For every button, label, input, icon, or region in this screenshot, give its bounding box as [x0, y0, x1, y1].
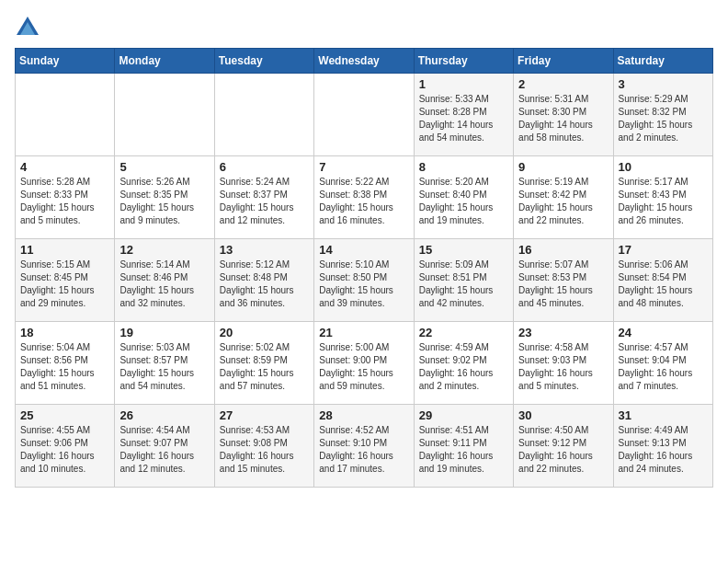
day-cell: 21Sunrise: 5:00 AM Sunset: 9:00 PM Dayli… — [314, 322, 414, 405]
day-info: Sunrise: 5:31 AM Sunset: 8:30 PM Dayligh… — [518, 93, 608, 144]
day-number: 26 — [119, 408, 209, 422]
day-number: 22 — [419, 326, 508, 339]
day-number: 27 — [220, 408, 309, 422]
day-number: 6 — [220, 160, 309, 174]
day-cell: 22Sunrise: 4:59 AM Sunset: 9:02 PM Dayli… — [414, 322, 513, 405]
day-number: 9 — [518, 160, 608, 174]
day-cell: 4Sunrise: 5:28 AM Sunset: 8:33 PM Daylig… — [16, 156, 115, 239]
day-number: 17 — [619, 243, 708, 257]
header-saturday: Saturday — [613, 49, 712, 74]
day-cell: 13Sunrise: 5:12 AM Sunset: 8:48 PM Dayli… — [214, 239, 313, 322]
day-info: Sunrise: 5:00 AM Sunset: 9:00 PM Dayligh… — [319, 341, 408, 393]
week-row-5: 25Sunrise: 4:55 AM Sunset: 9:06 PM Dayli… — [16, 405, 713, 488]
day-cell: 6Sunrise: 5:24 AM Sunset: 8:37 PM Daylig… — [214, 156, 313, 239]
day-cell: 1Sunrise: 5:33 AM Sunset: 8:28 PM Daylig… — [414, 74, 513, 156]
day-number: 28 — [319, 408, 408, 422]
calendar-table: SundayMondayTuesdayWednesdayThursdayFrid… — [15, 48, 713, 488]
day-cell: 12Sunrise: 5:14 AM Sunset: 8:46 PM Dayli… — [115, 239, 214, 322]
day-info: Sunrise: 5:02 AM Sunset: 8:59 PM Dayligh… — [220, 341, 309, 393]
day-number: 5 — [119, 160, 209, 174]
day-cell: 15Sunrise: 5:09 AM Sunset: 8:51 PM Dayli… — [414, 239, 513, 322]
logo-icon — [15, 15, 40, 40]
day-info: Sunrise: 5:26 AM Sunset: 8:35 PM Dayligh… — [119, 176, 209, 227]
day-cell: 25Sunrise: 4:55 AM Sunset: 9:06 PM Dayli… — [16, 405, 115, 488]
day-number: 3 — [619, 77, 708, 91]
day-number: 13 — [220, 243, 309, 257]
day-info: Sunrise: 5:14 AM Sunset: 8:46 PM Dayligh… — [119, 259, 209, 310]
week-row-1: 1Sunrise: 5:33 AM Sunset: 8:28 PM Daylig… — [16, 74, 713, 156]
day-cell: 29Sunrise: 4:51 AM Sunset: 9:11 PM Dayli… — [414, 405, 513, 488]
day-cell: 8Sunrise: 5:20 AM Sunset: 8:40 PM Daylig… — [414, 156, 513, 239]
day-number: 12 — [119, 243, 209, 257]
logo — [15, 15, 44, 40]
day-cell: 17Sunrise: 5:06 AM Sunset: 8:54 PM Dayli… — [613, 239, 712, 322]
week-row-2: 4Sunrise: 5:28 AM Sunset: 8:33 PM Daylig… — [16, 156, 713, 239]
days-header-row: SundayMondayTuesdayWednesdayThursdayFrid… — [16, 49, 713, 74]
day-cell — [214, 74, 313, 156]
day-number: 15 — [419, 243, 508, 257]
day-number: 23 — [518, 326, 608, 339]
day-number: 4 — [20, 160, 109, 174]
header-thursday: Thursday — [414, 49, 513, 74]
day-number: 14 — [319, 243, 408, 257]
day-cell: 9Sunrise: 5:19 AM Sunset: 8:42 PM Daylig… — [514, 156, 613, 239]
day-cell: 30Sunrise: 4:50 AM Sunset: 9:12 PM Dayli… — [514, 405, 613, 488]
day-number: 24 — [619, 326, 708, 339]
day-info: Sunrise: 4:55 AM Sunset: 9:06 PM Dayligh… — [20, 424, 109, 476]
day-info: Sunrise: 5:12 AM Sunset: 8:48 PM Dayligh… — [220, 259, 309, 310]
day-info: Sunrise: 5:04 AM Sunset: 8:56 PM Dayligh… — [20, 341, 109, 393]
day-info: Sunrise: 5:03 AM Sunset: 8:57 PM Dayligh… — [119, 341, 209, 393]
day-cell: 26Sunrise: 4:54 AM Sunset: 9:07 PM Dayli… — [115, 405, 214, 488]
day-cell: 20Sunrise: 5:02 AM Sunset: 8:59 PM Dayli… — [214, 322, 313, 405]
day-info: Sunrise: 5:10 AM Sunset: 8:50 PM Dayligh… — [319, 259, 408, 310]
day-number: 11 — [20, 243, 109, 257]
week-row-4: 18Sunrise: 5:04 AM Sunset: 8:56 PM Dayli… — [16, 322, 713, 405]
day-number: 30 — [518, 408, 608, 422]
header-monday: Monday — [115, 49, 214, 74]
day-info: Sunrise: 4:58 AM Sunset: 9:03 PM Dayligh… — [518, 341, 608, 393]
day-info: Sunrise: 5:09 AM Sunset: 8:51 PM Dayligh… — [419, 259, 508, 310]
day-info: Sunrise: 5:07 AM Sunset: 8:53 PM Dayligh… — [518, 259, 608, 310]
day-info: Sunrise: 4:57 AM Sunset: 9:04 PM Dayligh… — [619, 341, 708, 393]
day-info: Sunrise: 4:54 AM Sunset: 9:07 PM Dayligh… — [119, 424, 209, 476]
page-header — [15, 15, 713, 40]
day-info: Sunrise: 4:53 AM Sunset: 9:08 PM Dayligh… — [220, 424, 309, 476]
day-info: Sunrise: 5:17 AM Sunset: 8:43 PM Dayligh… — [619, 176, 708, 227]
day-cell: 7Sunrise: 5:22 AM Sunset: 8:38 PM Daylig… — [314, 156, 414, 239]
day-number: 2 — [518, 77, 608, 91]
day-info: Sunrise: 4:52 AM Sunset: 9:10 PM Dayligh… — [319, 424, 408, 476]
day-info: Sunrise: 5:20 AM Sunset: 8:40 PM Dayligh… — [419, 176, 508, 227]
day-number: 1 — [419, 77, 508, 91]
day-number: 16 — [518, 243, 608, 257]
day-cell: 10Sunrise: 5:17 AM Sunset: 8:43 PM Dayli… — [613, 156, 712, 239]
header-wednesday: Wednesday — [314, 49, 414, 74]
day-number: 8 — [419, 160, 508, 174]
day-cell: 3Sunrise: 5:29 AM Sunset: 8:32 PM Daylig… — [613, 74, 712, 156]
day-info: Sunrise: 5:29 AM Sunset: 8:32 PM Dayligh… — [619, 93, 708, 144]
day-cell: 24Sunrise: 4:57 AM Sunset: 9:04 PM Dayli… — [613, 322, 712, 405]
day-info: Sunrise: 5:28 AM Sunset: 8:33 PM Dayligh… — [20, 176, 109, 227]
day-info: Sunrise: 5:19 AM Sunset: 8:42 PM Dayligh… — [518, 176, 608, 227]
header-tuesday: Tuesday — [214, 49, 313, 74]
day-cell: 5Sunrise: 5:26 AM Sunset: 8:35 PM Daylig… — [115, 156, 214, 239]
day-cell — [314, 74, 414, 156]
day-cell: 11Sunrise: 5:15 AM Sunset: 8:45 PM Dayli… — [16, 239, 115, 322]
day-cell — [115, 74, 214, 156]
day-info: Sunrise: 4:50 AM Sunset: 9:12 PM Dayligh… — [518, 424, 608, 476]
day-cell: 2Sunrise: 5:31 AM Sunset: 8:30 PM Daylig… — [514, 74, 613, 156]
day-info: Sunrise: 5:33 AM Sunset: 8:28 PM Dayligh… — [419, 93, 508, 144]
day-number: 18 — [20, 326, 109, 339]
day-cell: 27Sunrise: 4:53 AM Sunset: 9:08 PM Dayli… — [214, 405, 313, 488]
day-info: Sunrise: 4:51 AM Sunset: 9:11 PM Dayligh… — [419, 424, 508, 476]
day-number: 19 — [119, 326, 209, 339]
day-cell: 14Sunrise: 5:10 AM Sunset: 8:50 PM Dayli… — [314, 239, 414, 322]
header-sunday: Sunday — [16, 49, 115, 74]
day-info: Sunrise: 5:24 AM Sunset: 8:37 PM Dayligh… — [220, 176, 309, 227]
day-cell: 19Sunrise: 5:03 AM Sunset: 8:57 PM Dayli… — [115, 322, 214, 405]
day-info: Sunrise: 4:49 AM Sunset: 9:13 PM Dayligh… — [619, 424, 708, 476]
day-number: 25 — [20, 408, 109, 422]
day-number: 29 — [419, 408, 508, 422]
header-friday: Friday — [514, 49, 613, 74]
day-number: 10 — [619, 160, 708, 174]
day-info: Sunrise: 5:15 AM Sunset: 8:45 PM Dayligh… — [20, 259, 109, 310]
